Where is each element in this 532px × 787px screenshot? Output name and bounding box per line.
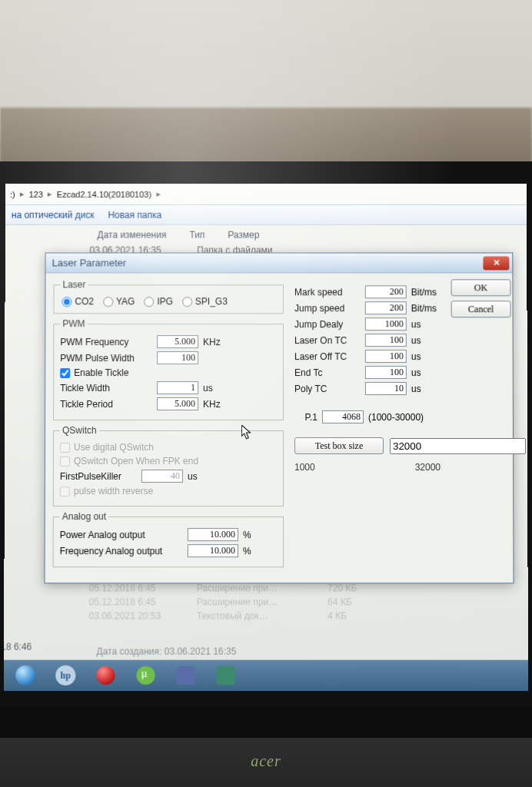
pwm-legend: PWM — [60, 318, 87, 329]
breadcrumb-seg[interactable]: :) — [10, 189, 15, 198]
scale-high: 32000 — [415, 462, 441, 473]
radio-co2-input[interactable] — [62, 297, 71, 307]
laptop-brand: acer — [0, 753, 532, 769]
qswitch-group: QSwitch Use digital QSwitch QSwitch Open… — [53, 425, 284, 506]
breadcrumb-seg[interactable]: Ezcad2.14.10(20180103) — [57, 189, 151, 198]
p1-input[interactable] — [322, 410, 364, 423]
end-tc-label: End Tc — [294, 367, 361, 378]
col-size[interactable]: Размер — [228, 225, 282, 244]
radio-spi[interactable]: SPI_G3 — [182, 296, 228, 307]
analog-legend: Analog out — [60, 511, 108, 522]
laser-legend: Laser — [60, 279, 88, 290]
breadcrumb-seg[interactable]: 123 — [29, 189, 43, 198]
start-button[interactable] — [8, 663, 42, 688]
laser-on-input[interactable] — [365, 334, 407, 347]
pulse-width-reverse-checkbox — [60, 486, 70, 496]
analog-group: Analog out Power Analog output % Frequen… — [53, 511, 284, 567]
ok-button[interactable]: OK — [451, 279, 511, 296]
pwm-freq-label: PWM Frequency — [60, 337, 152, 347]
laser-off-input[interactable] — [365, 350, 407, 363]
taskbar: hp — [4, 660, 528, 691]
explorer-toolbar: на оптический диск Новая папка — [5, 205, 527, 225]
end-tc-input[interactable] — [365, 366, 407, 379]
dialog-title: Laser Parameter — [52, 257, 127, 269]
mark-speed-unit: Bit/ms — [411, 287, 441, 297]
taskbar-app[interactable]: hp — [48, 663, 82, 688]
taskbar-app[interactable] — [169, 663, 203, 688]
tickle-width-unit: us — [203, 383, 232, 394]
close-button[interactable]: ✕ — [483, 256, 509, 270]
scale-low: 1000 — [294, 462, 315, 473]
radio-co2[interactable]: CO2 — [62, 296, 94, 307]
tickle-width-input[interactable] — [157, 381, 198, 394]
jump-delay-unit: us — [411, 319, 441, 330]
pwm-pw-input[interactable] — [157, 351, 198, 364]
laser-off-label: Laser Off TC — [294, 351, 361, 362]
cancel-button[interactable]: Cancel — [451, 301, 511, 317]
pwm-group: PWM PWM Frequency KHz PWM Pulse Width En… — [53, 318, 284, 420]
taskbar-app[interactable] — [209, 663, 243, 688]
radio-yag-input[interactable] — [103, 297, 113, 307]
qswitch-legend: QSwitch — [60, 425, 99, 436]
new-folder-button[interactable]: Новая папка — [108, 209, 161, 220]
status-created: Дата создания: 03.06.2021 16:35 — [88, 646, 236, 657]
fpk-unit: us — [188, 471, 217, 482]
app-icon — [177, 666, 195, 685]
laser-on-label: Laser On TC — [294, 335, 361, 346]
mark-speed-input[interactable] — [365, 285, 407, 298]
tickle-width-label: Tickle Width — [60, 383, 152, 394]
tickle-period-unit: KHz — [203, 399, 232, 410]
list-item[interactable]: 03.06.2021 20:53Текстовый док…4 КБ — [4, 609, 527, 623]
pwm-freq-input[interactable] — [157, 335, 198, 348]
jump-speed-unit: Bit/ms — [411, 303, 441, 314]
opera-icon — [96, 666, 115, 685]
poly-tc-label: Poly TC — [294, 384, 361, 394]
power-analog-label: Power Analog output — [60, 530, 183, 540]
p1-label: P.1 — [294, 412, 318, 423]
freq-analog-input[interactable] — [188, 544, 238, 557]
column-headers[interactable]: Дата изменения Тип Размер — [5, 225, 527, 244]
p1-range: (1000-30000) — [368, 412, 424, 423]
tickle-period-input[interactable] — [157, 397, 198, 410]
pwm-freq-unit: KHz — [203, 337, 232, 347]
enable-tickle-label: Enable Tickle — [74, 367, 128, 378]
use-digital-qswitch-label: Use digital QSwitch — [74, 442, 154, 453]
enable-tickle-checkbox[interactable] — [60, 368, 70, 378]
laser-group: Laser CO2 YAG IPG SPI_G3 — [53, 279, 284, 314]
qswitch-open-label: QSwitch Open When FPK end — [74, 456, 198, 467]
poly-tc-input[interactable] — [365, 382, 407, 395]
dialog-titlebar[interactable]: Laser Parameter ✕ — [46, 254, 513, 274]
laser-parameter-dialog: Laser Parameter ✕ Laser CO2 YAG IPG SPI_… — [45, 253, 514, 584]
jump-delay-label: Jump Dealy — [294, 319, 361, 330]
power-analog-unit: % — [243, 530, 272, 540]
poly-tc-unit: us — [411, 384, 441, 394]
laptop-base — [0, 707, 532, 787]
col-type[interactable]: Тип — [189, 225, 228, 244]
fpk-input — [141, 470, 183, 483]
power-analog-input[interactable] — [188, 528, 238, 541]
qswitch-open-checkbox — [60, 457, 70, 467]
laser-on-unit: us — [411, 335, 441, 346]
taskbar-app[interactable] — [128, 663, 162, 688]
close-icon: ✕ — [493, 258, 500, 268]
burn-disc-button[interactable]: на оптический диск — [12, 209, 95, 220]
list-item[interactable]: 05.12.2018 6:45Расширение при…64 КБ — [4, 595, 527, 609]
fpk-label: FirstPulseKiller — [60, 471, 137, 482]
radio-ipg[interactable]: IPG — [144, 296, 173, 307]
mark-speed-label: Mark speed — [294, 287, 361, 297]
windows-orb-icon — [15, 666, 35, 686]
jump-speed-label: Jump speed — [294, 303, 361, 314]
jump-delay-input[interactable] — [365, 317, 407, 330]
radio-ipg-input[interactable] — [144, 297, 154, 307]
laser-off-unit: us — [411, 351, 441, 362]
use-digital-qswitch-checkbox — [60, 442, 70, 452]
pulse-width-reverse-label: pulse width reverse — [74, 486, 153, 496]
test-box-size-button[interactable]: Test box size — [294, 437, 384, 454]
col-date[interactable]: Дата изменения — [97, 225, 189, 244]
radio-yag[interactable]: YAG — [103, 296, 135, 307]
tickle-period-label: Tickle Period — [60, 399, 152, 410]
jump-speed-input[interactable] — [365, 301, 407, 314]
breadcrumb[interactable]: :) 123 Ezcad2.14.10(20180103) — [4, 184, 527, 205]
taskbar-app[interactable] — [88, 663, 122, 688]
radio-spi-input[interactable] — [182, 297, 192, 307]
